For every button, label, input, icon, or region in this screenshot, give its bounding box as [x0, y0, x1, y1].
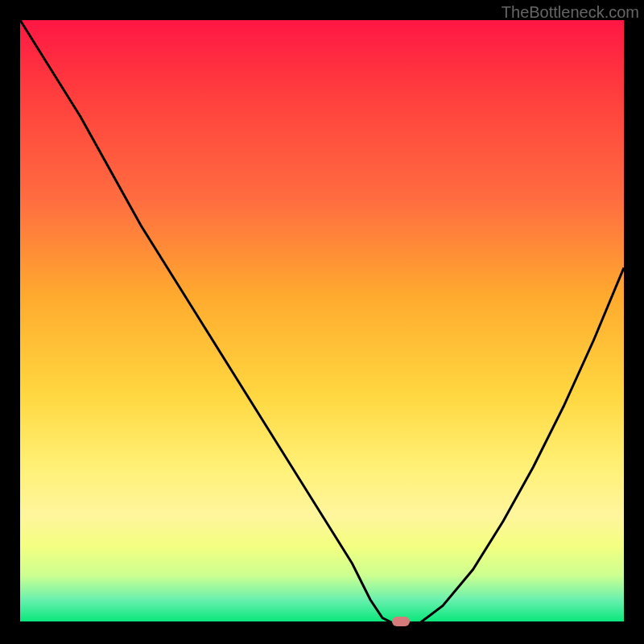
watermark-text: TheBottleneck.com: [502, 3, 639, 22]
optimal-point-marker: [392, 617, 410, 626]
chart-plot-area: [20, 20, 624, 624]
bottleneck-curve: [20, 20, 624, 624]
x-axis-baseline: [20, 621, 624, 624]
